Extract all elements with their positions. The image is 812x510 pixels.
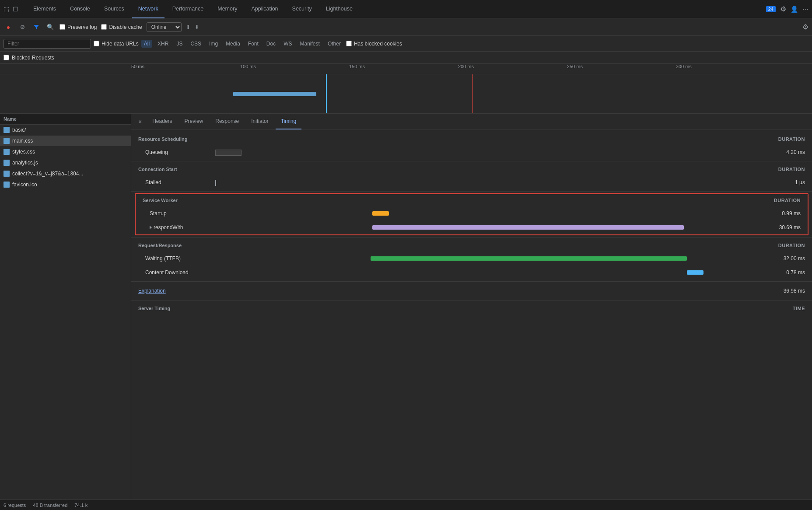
filter-icon[interactable] <box>32 22 41 32</box>
respond-with-row: respondWith 30.69 ms <box>136 220 808 234</box>
content-download-bar-area <box>215 269 770 276</box>
detail-tabs: × Headers Preview Response Initiator Tim… <box>131 114 812 129</box>
file-name-stylescss: styles.css <box>12 149 35 155</box>
network-throttle-select[interactable]: Online Fast 3G Slow 3G Offline <box>147 22 182 32</box>
service-worker-header: Service Worker DURATION <box>136 194 808 206</box>
download-icon[interactable]: ⬇ <box>195 24 199 30</box>
resource-scheduling-label: Resource Scheduling <box>138 136 187 142</box>
file-icon-collect <box>4 171 10 177</box>
explanation-link[interactable]: Explanation <box>138 288 166 294</box>
device-icon[interactable]: ☐ <box>13 6 18 13</box>
file-item-collect[interactable]: collect?v=1&_v=j87&a=1304... <box>0 168 131 179</box>
waterfall-bar-tail <box>315 92 316 96</box>
server-timing-time-label: TIME <box>793 306 805 311</box>
respond-with-value: 30.69 ms <box>766 224 801 231</box>
clear-button[interactable]: ⊘ <box>18 22 27 32</box>
filter-type-other[interactable]: Other <box>325 40 343 48</box>
tab-application[interactable]: Application <box>245 0 284 18</box>
tab-performance[interactable]: Performance <box>166 0 210 18</box>
file-item-basic[interactable]: basic/ <box>0 125 131 136</box>
user-icon[interactable]: 👤 <box>791 6 798 13</box>
disable-cache-checkbox[interactable] <box>101 24 107 30</box>
triangle-icon[interactable] <box>150 226 152 229</box>
has-blocked-cookies-checkbox[interactable] <box>346 41 352 46</box>
settings-icon[interactable]: ⚙ <box>780 5 786 13</box>
content-download-visual-bar <box>687 270 704 275</box>
hide-data-urls-label[interactable]: Hide data URLs <box>94 41 139 47</box>
network-toolbar: ● ⊘ 🔍 Preserve log Disable cache Online … <box>0 18 812 36</box>
preserve-log-label[interactable]: Preserve log <box>60 24 97 30</box>
upload-icon[interactable]: ⬆ <box>186 24 190 30</box>
more-icon[interactable]: ⋯ <box>802 6 808 13</box>
blocked-requests-bar: Blocked Requests <box>0 52 812 64</box>
service-worker-duration-label: DURATION <box>774 198 801 203</box>
stalled-row: Stalled 1 μs <box>131 175 812 189</box>
tab-security[interactable]: Security <box>286 0 318 18</box>
filter-type-doc[interactable]: Doc <box>264 40 278 48</box>
close-detail-button[interactable]: × <box>135 118 145 125</box>
filter-type-css[interactable]: CSS <box>188 40 204 48</box>
filter-type-img[interactable]: Img <box>206 40 220 48</box>
red-timeline-line <box>472 74 473 113</box>
server-timing-label: Server Timing <box>138 306 170 311</box>
tab-timing[interactable]: Timing <box>276 114 302 129</box>
disable-cache-label[interactable]: Disable cache <box>101 24 142 30</box>
filter-type-manifest[interactable]: Manifest <box>298 40 322 48</box>
tab-headers[interactable]: Headers <box>147 114 177 129</box>
resource-scheduling-duration-label: DURATION <box>778 136 805 142</box>
waterfall-bar-main <box>233 92 315 96</box>
startup-visual-bar <box>372 211 388 216</box>
tab-response[interactable]: Response <box>210 114 244 129</box>
queueing-value: 4.20 ms <box>770 149 805 155</box>
content-download-row: Content Download 0.78 ms <box>131 265 812 279</box>
record-button[interactable]: ● <box>4 22 13 32</box>
startup-row: Startup 0.99 ms <box>136 206 808 220</box>
search-button[interactable]: 🔍 <box>46 22 55 32</box>
file-name-collect: collect?v=1&_v=j87&a=1304... <box>12 171 83 177</box>
preserve-log-text: Preserve log <box>67 24 97 30</box>
blocked-requests-checkbox[interactable] <box>4 55 9 60</box>
filter-type-xhr[interactable]: XHR <box>155 40 171 48</box>
connection-start-label: Connection Start <box>138 167 177 172</box>
has-blocked-cookies-label[interactable]: Has blocked cookies <box>346 41 402 47</box>
server-timing-header: Server Timing TIME <box>131 302 812 314</box>
tab-network[interactable]: Network <box>132 0 164 18</box>
file-item-analyticsjs[interactable]: analytics.js <box>0 157 131 168</box>
filter-type-js[interactable]: JS <box>174 40 185 48</box>
file-name-favicon: favicon.ico <box>12 182 37 188</box>
tab-console[interactable]: Console <box>64 0 96 18</box>
filter-type-all[interactable]: All <box>141 40 152 48</box>
file-list-header: Name <box>0 114 131 125</box>
waiting-ttfb-bar-area <box>215 255 770 262</box>
toolbar-settings-icon[interactable]: ⚙ <box>802 23 808 31</box>
request-response-header: Request/Response DURATION <box>131 239 812 252</box>
filter-type-media[interactable]: Media <box>223 40 243 48</box>
connection-start-header: Connection Start DURATION <box>131 163 812 175</box>
cursor-icon[interactable]: ⬚ <box>4 6 9 13</box>
divider-5 <box>131 300 812 300</box>
queueing-bar-area <box>215 149 770 155</box>
respond-with-visual-bar <box>372 225 683 230</box>
file-item-stylescss[interactable]: styles.css <box>0 147 131 157</box>
tab-memory[interactable]: Memory <box>211 0 243 18</box>
tab-initiator[interactable]: Initiator <box>246 114 273 129</box>
tab-sources[interactable]: Sources <box>98 0 130 18</box>
filter-type-font[interactable]: Font <box>245 40 261 48</box>
startup-bar-area <box>220 210 766 217</box>
tab-lighthouse[interactable]: Lighthouse <box>320 0 359 18</box>
tab-elements[interactable]: Elements <box>27 0 62 18</box>
waterfall-bar-container <box>131 91 812 98</box>
hide-data-urls-checkbox[interactable] <box>94 41 99 46</box>
filter-input[interactable] <box>4 39 91 49</box>
divider-1 <box>131 161 812 161</box>
preserve-log-checkbox[interactable] <box>60 24 65 30</box>
timing-content: Resource Scheduling DURATION Queueing 4.… <box>131 129 812 500</box>
tab-preview[interactable]: Preview <box>179 114 209 129</box>
requests-count: 6 requests <box>4 503 26 508</box>
timeline-ruler: 50 ms 100 ms 150 ms 200 ms 250 ms 300 ms <box>0 64 812 74</box>
stalled-bar-area <box>215 179 770 185</box>
issues-badge[interactable]: 24 <box>766 6 776 12</box>
filter-type-ws[interactable]: WS <box>281 40 294 48</box>
file-item-favicon[interactable]: favicon.ico <box>0 179 131 190</box>
file-item-maincss[interactable]: main.css <box>0 136 131 147</box>
